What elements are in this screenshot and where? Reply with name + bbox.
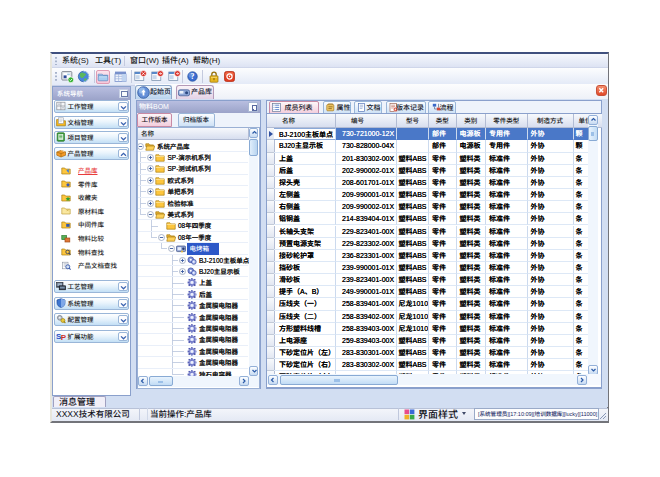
svg-text:?: ? [191,72,195,81]
svg-text:P: P [61,333,66,341]
